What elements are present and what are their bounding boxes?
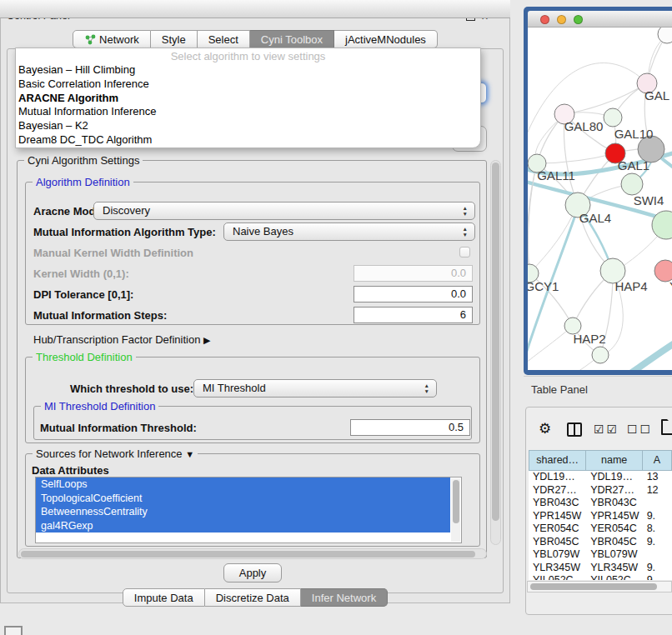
tab-label: jActiveMNodules: [345, 31, 426, 48]
attribute-item[interactable]: BetweennessCentrality: [36, 505, 450, 519]
table-horizontal-scrollbar[interactable]: [527, 581, 672, 592]
tab-impute-data[interactable]: Impute Data: [123, 588, 205, 607]
checked-checkboxes-icon[interactable]: ☑☑: [594, 422, 619, 436]
kernel-width-label: Kernel Width (0,1):: [33, 268, 129, 280]
table-cell: YLR345W: [529, 562, 586, 575]
panel-divider: [524, 376, 672, 377]
table-cell: 9.: [643, 562, 672, 575]
table-cell: YIL052C: [529, 574, 586, 580]
table-cell: YDL19…: [529, 471, 586, 484]
table-row[interactable]: YLR345WYLR345W9.: [529, 562, 672, 575]
tab-label: Style: [162, 31, 186, 48]
table-row[interactable]: YER054CYER054C8.: [529, 522, 672, 536]
settings-horizontal-scrollbar[interactable]: [18, 548, 487, 559]
table-cell: YER054C: [586, 522, 642, 536]
algorithm-definition-title: Algorithm Definition: [33, 176, 133, 188]
attribute-item[interactable]: TopologicalCoefficient: [36, 492, 450, 506]
tab-network[interactable]: Network: [73, 30, 151, 48]
mi-type-value: Naive Bayes: [233, 225, 293, 238]
tab-label: Discretize Data: [216, 589, 289, 607]
sources-title[interactable]: Sources for Network Inference ▼: [33, 448, 198, 460]
table-row[interactable]: YBR045CYBR045C9.: [529, 536, 672, 549]
network-icon: [84, 34, 96, 45]
table-row[interactable]: YPR145WYPR145W9.: [529, 510, 672, 523]
screen: Control Panel ✖ NetworkStyleSelectCyni T…: [0, 0, 672, 635]
algorithm-option[interactable]: Basic Correlation Inference: [16, 78, 480, 92]
algorithm-placeholder: Select algorithm to view settings: [16, 48, 480, 63]
table-cell: YPR145W: [529, 510, 586, 523]
table-row[interactable]: YDR27…YDR27…12: [529, 484, 672, 498]
threshold-definition-title: Threshold Definition: [33, 351, 136, 363]
aracne-mode-combo[interactable]: Discovery ▲▼: [93, 202, 475, 220]
network-canvas[interactable]: GALGAL80GAL10GAL1GAL11SWI4GAL4GCY1HAP4YH…: [528, 28, 672, 370]
table-cell: YDR27…: [586, 484, 642, 498]
algorithm-option[interactable]: Bayesian – Hill Climbing: [16, 63, 480, 78]
attribute-item[interactable]: gal4RGexp: [36, 519, 450, 533]
kernel-width-field[interactable]: 0.0: [354, 265, 473, 282]
tab-cyni-toolbox[interactable]: Cyni Toolbox: [250, 30, 334, 48]
mi-threshold-field[interactable]: 0.5: [350, 419, 470, 436]
table-header-row: shared…nameA: [529, 450, 672, 471]
column-header-2[interactable]: name: [586, 450, 643, 471]
control-panel-titlebar[interactable]: [0, 0, 510, 18]
table-cell: 13: [643, 471, 672, 484]
node[interactable]: [592, 347, 609, 363]
data-attributes-list[interactable]: SelfLoopsTopologicalCoefficientBetweenne…: [35, 477, 462, 543]
node-label: GCY1: [528, 279, 559, 293]
mi-type-combo[interactable]: Naive Bayes ▲▼: [223, 222, 475, 241]
manual-kernel-checkbox[interactable]: [459, 247, 470, 258]
bottom-tabbar: Impute DataDiscretize DataInfer Network: [0, 588, 510, 607]
node-swi4[interactable]: [621, 173, 643, 195]
minimized-panel-icon[interactable]: [4, 626, 23, 635]
table-row[interactable]: YDL19…YDL19…13: [529, 471, 672, 484]
attribute-item[interactable]: SelfLoops: [36, 478, 450, 492]
column-header-1[interactable]: shared…: [529, 450, 586, 471]
minimize-traffic-light-icon[interactable]: [557, 15, 566, 24]
table-row[interactable]: YBR043CYBR043C: [529, 497, 672, 510]
table-cell: YBL079W: [529, 548, 586, 562]
dpi-tolerance-field[interactable]: 0.0: [354, 286, 473, 302]
zoom-traffic-light-icon[interactable]: [574, 15, 583, 24]
collapse-arrow-icon: ▼: [185, 449, 194, 459]
split-column-icon[interactable]: [567, 422, 582, 437]
tab-label: Infer Network: [312, 589, 376, 607]
table-cell: YPR145W: [586, 510, 642, 523]
tab-infer-network[interactable]: Infer Network: [301, 588, 388, 607]
tab-select[interactable]: Select: [198, 30, 250, 48]
mi-steps-field[interactable]: 6: [354, 307, 473, 323]
tab-discretize-data[interactable]: Discretize Data: [205, 588, 301, 607]
which-threshold-combo[interactable]: MI Threshold ▲▼: [193, 379, 437, 398]
table-cell: YBR043C: [586, 497, 642, 510]
algorithm-option[interactable]: Bayesian – K2: [16, 119, 480, 133]
attributes-scrollbar[interactable]: [451, 478, 460, 542]
table-cell: YDR27…: [529, 484, 586, 498]
hub-factor-label: Hub/Transcription Factor Definition: [33, 333, 200, 346]
manual-kernel-label: Manual Kernel Width Definition: [33, 247, 193, 259]
network-window-titlebar[interactable]: [528, 11, 672, 28]
algorithm-option[interactable]: Dream8 DC_TDC Algorithm: [16, 133, 480, 148]
table-cell: 12: [643, 484, 672, 498]
document-icon[interactable]: [661, 419, 672, 435]
table-cell: YBL079W: [586, 548, 642, 562]
network-view-window: GALGAL80GAL10GAL1GAL11SWI4GAL4GCY1HAP4YH…: [524, 7, 672, 375]
table-row[interactable]: YBL079WYBL079W: [529, 548, 672, 562]
gear-icon[interactable]: ⚙: [539, 420, 551, 438]
mi-steps-label: Mutual Information Steps:: [33, 309, 167, 322]
node-label: HAP2: [573, 332, 605, 346]
mi-type-label: Mutual Information Algorithm Type:: [33, 226, 216, 238]
unchecked-checkboxes-icon[interactable]: ☐☐: [627, 422, 653, 436]
table-row[interactable]: YIL052CYIL052C9.: [529, 574, 672, 580]
hub-factor-expander[interactable]: Hub/Transcription Factor Definition ▶: [33, 333, 210, 346]
close-traffic-light-icon[interactable]: [540, 15, 549, 24]
node-gal10[interactable]: [604, 108, 622, 127]
tab-jactivemnodules[interactable]: jActiveMNodules: [334, 30, 438, 48]
tab-label: Network: [99, 31, 139, 48]
algorithm-option[interactable]: Mutual Information Inference: [16, 105, 480, 119]
column-header-3[interactable]: A: [643, 450, 672, 471]
apply-button[interactable]: Apply: [223, 563, 282, 582]
algorithm-option[interactable]: ARACNE Algorithm: [16, 92, 480, 106]
node[interactable]: [658, 28, 672, 43]
mi-threshold-label: Mutual Information Threshold:: [40, 422, 197, 434]
settings-vertical-scrollbar[interactable]: [490, 160, 501, 545]
tab-style[interactable]: Style: [151, 30, 198, 48]
